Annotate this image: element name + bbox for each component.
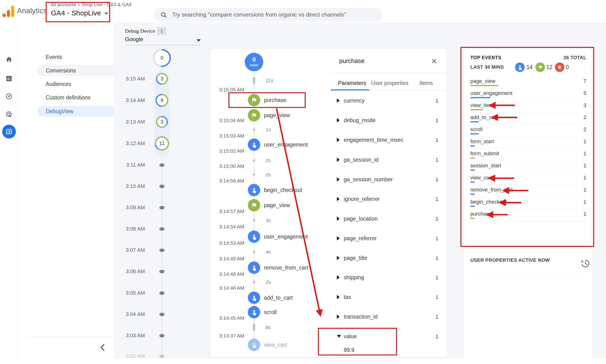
- configure-section-icon[interactable]: [2, 125, 16, 138]
- stream-timestamp: 3:14:53 AM: [208, 240, 244, 246]
- history-icon[interactable]: [580, 258, 590, 270]
- minute-current-circle[interactable]: 0: [153, 49, 171, 67]
- top-event-separator: [470, 197, 586, 197]
- device-select[interactable]: Google: [125, 36, 143, 43]
- detail-panel-divider: [331, 73, 447, 73]
- home-icon[interactable]: [5, 56, 13, 63]
- tab-parameters[interactable]: Parameters: [338, 80, 366, 86]
- param-currency[interactable]: currency: [344, 98, 365, 104]
- advertising-icon[interactable]: [5, 111, 13, 118]
- param-count: 1: [402, 235, 438, 242]
- stream-event-user_engagement[interactable]: user_engagement: [264, 142, 308, 148]
- breadcrumb[interactable]: All accounts›Shop Live - GA3 & GA4: [51, 2, 132, 7]
- search-icon: [160, 11, 167, 18]
- search-placeholder: Try searching "compare conversions from …: [172, 8, 346, 22]
- param-engagement_time_msec[interactable]: engagement_time_msec: [344, 137, 403, 143]
- top-event-bar: [470, 109, 483, 110]
- close-icon[interactable]: ×: [431, 56, 437, 66]
- tab-items[interactable]: Items: [420, 80, 433, 86]
- minute-label: 3:15 AM: [114, 76, 145, 82]
- breadcrumb-root[interactable]: All accounts: [51, 2, 76, 7]
- expand-caret-icon[interactable]: [337, 295, 340, 299]
- minute-circle[interactable]: 3: [156, 116, 168, 128]
- minute-circle[interactable]: 9: [156, 94, 168, 107]
- expand-caret-icon[interactable]: [337, 197, 340, 201]
- expand-caret-icon[interactable]: [337, 275, 340, 280]
- debug-device-label: Debug Device: [125, 28, 155, 34]
- expand-caret-icon[interactable]: [337, 158, 340, 162]
- param-value[interactable]: value: [344, 333, 357, 340]
- param-count: 1: [402, 255, 438, 261]
- top-events-range: LAST 30 MINS: [470, 64, 504, 70]
- stream-event-remove_from_cart[interactable]: remove_from_cart: [264, 265, 308, 271]
- expand-caret-icon[interactable]: [337, 217, 340, 221]
- param-page_referrer[interactable]: page_referrer: [344, 235, 377, 242]
- collapse-caret-icon[interactable]: [337, 335, 341, 338]
- top-event-count: 1: [549, 175, 586, 181]
- expand-caret-icon[interactable]: [337, 138, 340, 142]
- stream-event-page_view[interactable]: page_view: [264, 202, 290, 208]
- stream-timestamp: 3:14:58 AM: [208, 178, 244, 184]
- stream-event-add_to_cart[interactable]: add_to_cart: [264, 295, 293, 301]
- explore-icon[interactable]: [5, 93, 13, 100]
- stream-event-begin_checkout[interactable]: begin_checkout: [264, 187, 302, 193]
- minute-label: 3:05 AM: [114, 290, 145, 296]
- top-event-remove_from_cart: remove_from_cart: [470, 187, 513, 193]
- stream-gap-marker: [253, 219, 255, 221]
- expand-caret-icon[interactable]: [337, 118, 340, 122]
- user-properties-title: USER PROPERTIES ACTIVE NOW: [470, 258, 550, 263]
- param-page_title[interactable]: page_title: [344, 255, 367, 261]
- search-bar[interactable]: Try searching "compare conversions from …: [154, 8, 382, 22]
- collapse-sidebar-icon[interactable]: [101, 344, 107, 351]
- minute-label: 3:03 AM: [114, 333, 145, 339]
- minute-dot: [159, 206, 165, 209]
- param-ga_session_number[interactable]: ga_session_number: [344, 176, 393, 183]
- minute-count: 9: [160, 97, 163, 104]
- stream-timestamp: 3:14:37 AM: [208, 333, 244, 339]
- top-event-purchase: purchase: [470, 211, 492, 217]
- property-selector[interactable]: GA4 - ShopLive: [51, 9, 108, 17]
- stream-event-user_engagement[interactable]: user_engagement: [264, 234, 308, 240]
- stream-gap-marker: [253, 324, 255, 331]
- minute-count: 3: [160, 76, 163, 82]
- ga4-debugview-screen: Analytics All accounts›Shop Live - GA3 &…: [0, 0, 606, 364]
- top-event-separator: [470, 100, 586, 101]
- top-event-count: 2: [549, 114, 586, 120]
- stream-event-scroll[interactable]: scroll: [264, 309, 277, 315]
- stream-event-purchase[interactable]: purchase: [264, 97, 286, 104]
- param-page_location[interactable]: page_location: [344, 216, 378, 222]
- top-event-separator: [470, 149, 586, 149]
- expand-caret-icon[interactable]: [337, 256, 340, 260]
- param-debug_mode[interactable]: debug_mode: [344, 117, 375, 124]
- param-ga_session_id[interactable]: ga_session_id: [344, 157, 379, 163]
- stream-event-page_view[interactable]: page_view: [264, 112, 290, 118]
- stream-timestamp: 3:15:03 AM: [208, 133, 244, 139]
- param-count: 1: [402, 334, 438, 340]
- device-select-caret-icon[interactable]: [197, 39, 201, 42]
- breadcrumb-property[interactable]: Shop Live - GA3 & GA4: [82, 2, 132, 7]
- expand-caret-icon[interactable]: [337, 98, 340, 103]
- minute-count: 3: [160, 119, 163, 125]
- touch-icon: [248, 231, 260, 243]
- expand-caret-icon[interactable]: [337, 177, 340, 182]
- expand-caret-icon[interactable]: [337, 314, 340, 319]
- reports-icon[interactable]: [5, 75, 13, 82]
- new-events-badge[interactable]: 0 new: [245, 53, 263, 71]
- param-tax[interactable]: tax: [344, 294, 351, 300]
- top-event-separator: [470, 88, 586, 89]
- minute-circle[interactable]: 11: [155, 136, 169, 151]
- top-event-begin_checkout: begin_checkout: [470, 199, 507, 205]
- stream-timestamp: 3:14:57 AM: [208, 208, 244, 214]
- new-events-count: 0: [252, 56, 256, 63]
- param-ignore_referrer[interactable]: ignore_referrer: [344, 196, 380, 202]
- param-shipping[interactable]: shipping: [344, 274, 364, 281]
- stream-event-view_cart[interactable]: view_cart: [264, 342, 287, 348]
- minute-circle[interactable]: 3: [156, 73, 168, 85]
- top-event-bar: [470, 206, 475, 207]
- analytics-logo-icon[interactable]: [2, 6, 14, 17]
- tab-user-properties[interactable]: User properties: [371, 80, 408, 86]
- expand-caret-icon[interactable]: [337, 236, 340, 240]
- user-properties-card: [463, 249, 593, 364]
- param-transaction_id[interactable]: transaction_id: [344, 313, 378, 320]
- param-count: 1: [402, 157, 438, 163]
